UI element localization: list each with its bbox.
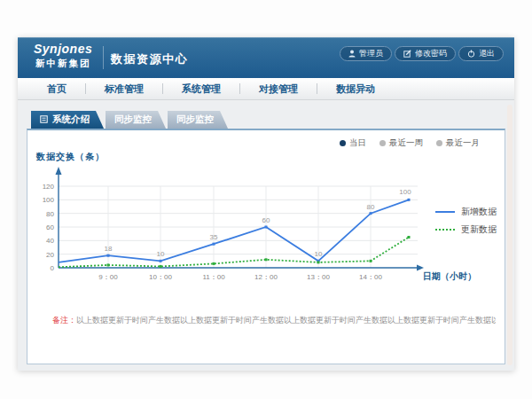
admin-user-label: 管理员 — [359, 48, 383, 59]
tab-sync-monitor-2[interactable]: 同步监控 — [168, 111, 228, 129]
series-legend: 新增数据 更新数据 — [435, 203, 497, 239]
nav-item-interface-mgmt[interactable]: 对接管理 — [240, 82, 317, 96]
svg-text:40: 40 — [46, 237, 54, 245]
logout-button[interactable]: 退出 — [458, 46, 504, 61]
svg-text:12：00: 12：00 — [254, 273, 278, 281]
svg-text:60: 60 — [46, 223, 54, 231]
filter-option-1[interactable]: 最近一周 — [379, 137, 423, 149]
svg-text:10：00: 10：00 — [149, 273, 172, 281]
scrollbar[interactable] — [507, 105, 512, 365]
svg-text:11：00: 11：00 — [202, 273, 225, 281]
legend-label: 更新数据 — [461, 223, 497, 236]
radio-dot — [436, 140, 442, 146]
footnote-prefix: 备注： — [52, 316, 76, 325]
document-icon — [40, 114, 48, 125]
admin-user-button[interactable]: 管理员 — [340, 46, 392, 61]
legend-label: 新增数据 — [461, 206, 497, 218]
x-axis-title: 日期（小时） — [423, 270, 476, 283]
svg-text:120: 120 — [43, 183, 55, 191]
change-password-button[interactable]: 修改密码 — [395, 46, 456, 61]
filter-label: 最近一周 — [389, 137, 423, 149]
tab-bar: 系统介绍 同步监控 同步监控 — [31, 111, 230, 129]
tab-sync-monitor-1[interactable]: 同步监控 — [106, 111, 166, 129]
app-window: Synjones 新中新集团 数据资源中心 管理员 修改密码 — [18, 37, 514, 371]
page-title: 数据资源中心 — [111, 51, 188, 67]
svg-text:14：00: 14：00 — [359, 273, 382, 281]
tab-system-intro[interactable]: 系统介绍 — [31, 111, 104, 129]
date-range-filter: 当日 最近一周 最近一月 — [340, 137, 480, 149]
line-chart: 0204060801001209：0010：0011：0012：0013：001… — [36, 161, 435, 287]
svg-text:18: 18 — [105, 245, 113, 253]
change-password-label: 修改密码 — [415, 48, 447, 59]
power-icon — [467, 50, 475, 58]
svg-text:9：00: 9：00 — [98, 273, 118, 281]
logo-subtext: 新中新集团 — [34, 58, 92, 69]
filter-option-2[interactable]: 最近一月 — [436, 137, 480, 149]
svg-text:60: 60 — [262, 216, 270, 224]
header-actions: 管理员 修改密码 退出 — [340, 46, 504, 61]
edit-icon — [403, 50, 411, 58]
nav-item-system-mgmt[interactable]: 系统管理 — [163, 82, 239, 96]
logo-text: Synjones — [34, 42, 92, 58]
logout-label: 退出 — [479, 48, 495, 59]
app-header: Synjones 新中新集团 数据资源中心 管理员 修改密码 — [18, 37, 514, 78]
filter-option-0[interactable]: 当日 — [340, 137, 366, 149]
tab-label: 系统介绍 — [52, 113, 90, 126]
svg-text:100: 100 — [399, 188, 411, 196]
user-icon — [348, 50, 356, 58]
svg-text:10: 10 — [157, 250, 165, 258]
tab-label: 同步监控 — [176, 113, 214, 126]
svg-text:10: 10 — [315, 250, 323, 258]
svg-text:13：00: 13：00 — [307, 273, 330, 281]
radio-dot — [379, 140, 386, 146]
svg-text:80: 80 — [46, 210, 54, 218]
tab-label: 同步监控 — [114, 113, 152, 126]
solid-line-icon — [435, 211, 455, 213]
footnote-text: 以上数据更新于时间产生数据以上数据更新于时间产生数据以上数据更新于时间产生数据以… — [76, 316, 496, 325]
filter-label: 当日 — [349, 137, 366, 149]
nav-item-standard-mgmt[interactable]: 标准管理 — [86, 82, 162, 96]
company-logo: Synjones 新中新集团 — [34, 42, 92, 69]
nav-item-data-change[interactable]: 数据异动 — [317, 82, 394, 96]
svg-text:100: 100 — [43, 196, 55, 204]
legend-item-updated-data[interactable]: 更新数据 — [435, 221, 497, 239]
svg-text:35: 35 — [210, 233, 218, 241]
main-nav: 首页 标准管理 系统管理 对接管理 数据异动 — [18, 78, 514, 100]
legend-item-new-data[interactable]: 新增数据 — [435, 203, 497, 221]
header-divider — [103, 46, 104, 69]
content-panel: 当日 最近一周 最近一月 数据交换（条） 0204060801001209：00… — [27, 129, 505, 364]
svg-text:0: 0 — [51, 264, 55, 272]
footnote: 备注：以上数据更新于时间产生数据以上数据更新于时间产生数据以上数据更新于时间产生… — [52, 315, 496, 326]
filter-label: 最近一月 — [446, 137, 480, 149]
dotted-line-icon — [435, 229, 455, 231]
nav-item-home[interactable]: 首页 — [28, 82, 85, 96]
radio-dot — [340, 140, 346, 146]
svg-text:80: 80 — [367, 203, 375, 211]
svg-text:20: 20 — [46, 251, 54, 259]
